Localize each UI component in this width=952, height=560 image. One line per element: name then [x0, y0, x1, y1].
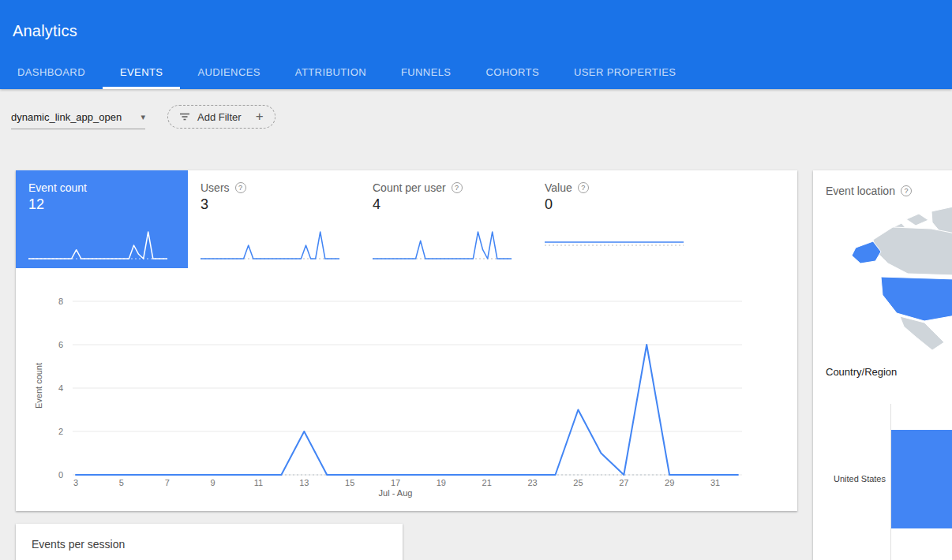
- tab-events[interactable]: EVENTS: [103, 57, 180, 89]
- events-per-session-card: Events per session: [16, 524, 403, 560]
- svg-text:9: 9: [211, 478, 216, 487]
- filter-bar: dynamic_link_app_open ▾ Add Filter +: [0, 89, 952, 170]
- svg-text:21: 21: [482, 478, 492, 487]
- tile-users[interactable]: Users ? 3: [188, 170, 360, 268]
- tab-funnels[interactable]: FUNNELS: [384, 57, 468, 89]
- svg-text:19: 19: [437, 478, 446, 487]
- map-region-mexico: [900, 316, 944, 350]
- event-location-card: Event location ? Country/Region United S…: [813, 170, 952, 560]
- tab-cohorts[interactable]: COHORTS: [468, 57, 557, 89]
- svg-text:6: 6: [58, 340, 63, 349]
- svg-text:4: 4: [58, 383, 63, 393]
- svg-text:25: 25: [573, 478, 583, 487]
- svg-text:11: 11: [254, 478, 263, 487]
- add-filter-button[interactable]: Add Filter +: [167, 105, 275, 129]
- metric-tiles: Event count 12 Users ? 3 Count per user …: [16, 170, 704, 268]
- help-icon[interactable]: ?: [452, 182, 463, 193]
- tile-sparkline: [201, 224, 339, 260]
- tab-attribution[interactable]: ATTRIBUTION: [278, 57, 384, 89]
- app-header: Analytics DASHBOARD EVENTS AUDIENCES ATT…: [0, 0, 952, 89]
- event-selector[interactable]: dynamic_link_app_open ▾: [11, 106, 145, 129]
- svg-text:27: 27: [619, 478, 628, 487]
- map-region-united-states: [881, 277, 952, 321]
- tab-bar: DASHBOARD EVENTS AUDIENCES ATTRIBUTION F…: [0, 57, 693, 89]
- country-label: United States: [813, 474, 886, 483]
- tile-value: 3: [201, 196, 347, 213]
- tile-value-metric[interactable]: Value ? 0: [532, 170, 704, 268]
- svg-text:2: 2: [58, 427, 63, 436]
- map-region-islands: [906, 214, 928, 226]
- tab-dashboard[interactable]: DASHBOARD: [0, 57, 103, 89]
- svg-text:Jul - Aug: Jul - Aug: [379, 488, 413, 498]
- world-map: [813, 203, 952, 361]
- svg-text:23: 23: [527, 478, 537, 487]
- tile-sparkline: [373, 224, 512, 260]
- app-title: Analytics: [13, 22, 77, 40]
- help-icon[interactable]: ?: [235, 182, 246, 193]
- help-icon[interactable]: ?: [901, 185, 912, 196]
- events-overview-card: Event count 12 Users ? 3 Count per user …: [16, 170, 797, 511]
- tile-count-per-user[interactable]: Count per user ? 4: [360, 170, 532, 268]
- tile-value: 12: [28, 196, 175, 213]
- country-bar-united-states[interactable]: [891, 430, 952, 528]
- plus-icon: +: [256, 109, 264, 125]
- svg-text:29: 29: [665, 478, 674, 487]
- event-location-title: Event location: [826, 185, 895, 197]
- tile-label: Value: [545, 181, 572, 194]
- country-region-label: Country/Region: [826, 366, 897, 378]
- events-per-session-title: Events per session: [16, 524, 403, 560]
- svg-text:31: 31: [710, 478, 720, 487]
- tab-audiences[interactable]: AUDIENCES: [180, 57, 277, 89]
- tile-sparkline: [545, 224, 684, 260]
- tile-label: Count per user: [373, 181, 446, 194]
- add-filter-label: Add Filter: [197, 111, 242, 123]
- tab-user-properties[interactable]: USER PROPERTIES: [557, 57, 693, 89]
- svg-text:3: 3: [73, 478, 78, 487]
- svg-text:17: 17: [391, 478, 400, 487]
- svg-text:15: 15: [345, 478, 354, 487]
- svg-text:7: 7: [165, 478, 170, 487]
- chevron-down-icon: ▾: [141, 112, 145, 122]
- event-selector-value: dynamic_link_app_open: [11, 111, 122, 123]
- tile-value: 0: [545, 196, 692, 213]
- tile-sparkline: [28, 224, 167, 260]
- svg-text:8: 8: [58, 297, 63, 306]
- svg-text:5: 5: [119, 478, 124, 487]
- tile-label: Users: [201, 181, 230, 194]
- help-icon[interactable]: ?: [578, 182, 589, 193]
- map-region-canada: [873, 227, 952, 275]
- filter-icon: [179, 111, 190, 122]
- tile-event-count[interactable]: Event count 12: [16, 170, 188, 268]
- tile-value: 4: [373, 196, 519, 213]
- main-chart: 0246835791113151719212325272931Jul - Aug: [39, 290, 750, 498]
- svg-text:0: 0: [58, 470, 63, 480]
- chart-area: Event count 0246835791113151719212325272…: [16, 268, 797, 511]
- tile-label: Event count: [28, 181, 87, 194]
- svg-text:13: 13: [299, 478, 309, 487]
